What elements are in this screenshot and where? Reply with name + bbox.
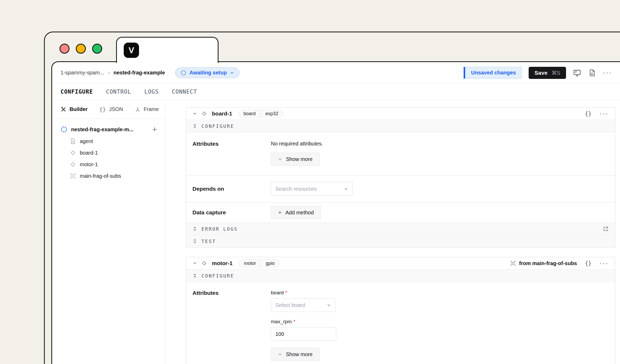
mode-builder[interactable]: Builder (61, 106, 88, 112)
depends-on-select[interactable]: Search resources (271, 182, 353, 196)
tree-root-machine[interactable]: nested-frag-example-m... + (61, 123, 157, 135)
expand-section-icon (192, 226, 197, 231)
chevron-down-icon (344, 187, 348, 191)
collapse-section-icon (192, 124, 197, 128)
edit-json-icon[interactable]: {} (585, 110, 592, 117)
config-main-panel: board-1 board esp32 {} ··· CONF (166, 100, 620, 364)
header-actions: Unsaved changes Save ⌘S ··· (464, 67, 612, 79)
card-more-menu-icon[interactable]: ··· (599, 112, 609, 115)
awaiting-setup-spinner-icon (181, 70, 186, 76)
collapse-card-chevron-icon[interactable] (192, 261, 197, 266)
machine-status-badge[interactable]: Awaiting setup (175, 67, 240, 78)
card-more-menu-icon[interactable]: ··· (599, 262, 609, 265)
plus-icon: + (278, 210, 282, 215)
card-board-1: board-1 board esp32 {} ··· CONF (186, 107, 615, 247)
depends-on-row: Depends on Search resources (186, 176, 615, 202)
tab-control[interactable]: CONTROL (106, 89, 131, 95)
show-more-button[interactable]: Show more (271, 153, 320, 166)
save-button-label: Save (534, 70, 547, 76)
section-label: ERROR LOGS (201, 226, 238, 232)
section-label: CONFIGURE (201, 123, 234, 129)
browser-tab[interactable]: V (116, 37, 219, 63)
configure-section-bar[interactable]: CONFIGURE (186, 120, 615, 132)
maximize-window-dot[interactable] (92, 44, 102, 54)
fragment-source-label: from main-frag-of-subs (519, 260, 577, 266)
add-resource-button[interactable]: + (152, 125, 157, 133)
save-shortcut: ⌘S (552, 70, 560, 76)
status-badge-label: Awaiting setup (190, 70, 227, 76)
document-icon (70, 138, 76, 144)
test-section-bar[interactable]: TEST (186, 235, 615, 247)
open-logs-external-icon[interactable] (603, 226, 609, 232)
chevron-down-icon (230, 71, 234, 75)
tree-item-label: motor-1 (80, 161, 98, 168)
card-header: motor-1 motor gpio (186, 257, 615, 270)
app-header: 1-spammy-spam... › nested-frag-example A… (52, 62, 620, 84)
tree-item-main-frag-of-subs[interactable]: main-frag-of-subs (70, 170, 157, 182)
component-diamond-icon (70, 150, 76, 156)
tree-item-motor-1[interactable]: motor-1 (70, 159, 157, 170)
tab-logs[interactable]: LOGS (144, 89, 159, 95)
chevron-down-icon (278, 352, 282, 356)
tree-item-label: agent (80, 138, 93, 144)
tree-item-agent[interactable]: agent (70, 135, 157, 147)
sidebar-mode-tabs: Builder {} JSON Frame (52, 100, 165, 119)
component-diamond-icon (201, 111, 207, 117)
max-rpm-input[interactable] (271, 327, 336, 341)
tree-item-board-1[interactable]: board-1 (70, 147, 157, 159)
machine-monitor-icon[interactable] (573, 69, 581, 77)
tree-item-label: main-frag-of-subs (80, 173, 121, 179)
minimize-window-dot[interactable] (76, 44, 86, 54)
no-required-attributes-note: No required attributes. (271, 141, 323, 147)
required-asterisk: * (285, 290, 287, 295)
attributes-row: Attributes board* Select board (186, 282, 615, 364)
tab-configure[interactable]: CONFIGURE (61, 89, 93, 95)
show-more-button[interactable]: Show more (271, 348, 320, 361)
configure-section-bar[interactable]: CONFIGURE (186, 270, 615, 282)
data-capture-label: Data capture (192, 209, 271, 216)
tab-connect[interactable]: CONNECT (172, 89, 197, 95)
data-capture-row: Data capture + Add method (186, 203, 615, 223)
depends-on-label: Depends on (192, 186, 271, 192)
machine-part-status-icon (61, 126, 67, 133)
error-logs-section-bar[interactable]: ERROR LOGS (186, 223, 615, 235)
show-more-label: Show more (286, 351, 313, 357)
board-select[interactable]: Select board (271, 298, 335, 312)
close-window-dot[interactable] (59, 44, 70, 54)
breadcrumb-parent[interactable]: 1-spammy-spam... (61, 70, 104, 76)
mode-builder-label: Builder (70, 106, 88, 112)
expand-section-icon (192, 239, 197, 244)
machine-nav-tabs: CONFIGURE CONTROL LOGS CONNECT (52, 84, 620, 100)
chevron-down-icon (327, 303, 331, 307)
collapse-card-chevron-icon[interactable] (192, 111, 197, 116)
save-button[interactable]: Save ⌘S (529, 67, 566, 79)
model-tag: gpio (261, 260, 279, 267)
header-more-menu-icon[interactable]: ··· (603, 71, 612, 74)
attributes-label: Attributes (192, 141, 271, 166)
mode-json[interactable]: {} JSON (99, 106, 123, 113)
component-diamond-icon (70, 161, 76, 168)
attributes-row: Attributes No required attributes. Show … (186, 132, 615, 175)
logs-report-icon[interactable] (588, 69, 596, 77)
edit-json-icon[interactable]: {} (585, 260, 592, 266)
field-board-label: board (271, 290, 284, 295)
section-label: TEST (201, 239, 216, 244)
model-tag: esp32 (261, 110, 283, 118)
show-more-label: Show more (286, 156, 313, 162)
fragment-icon (70, 173, 76, 179)
component-diamond-icon (201, 260, 207, 266)
type-model-tag: motor gpio (239, 259, 280, 267)
add-method-label: Add method (285, 210, 314, 216)
card-header: board-1 board esp32 {} ··· (186, 108, 615, 120)
card-title: motor-1 (212, 260, 232, 266)
card-motor-1: motor-1 motor gpio (186, 257, 615, 364)
mode-frame[interactable]: Frame (135, 106, 159, 112)
config-sidebar: Builder {} JSON Frame (52, 100, 166, 364)
resource-tree: nested-frag-example-m... + agent (52, 119, 165, 182)
chevron-down-icon (278, 157, 282, 161)
add-method-button[interactable]: + Add method (271, 206, 321, 219)
tree-item-label: board-1 (80, 150, 98, 156)
collapse-section-icon (192, 273, 197, 278)
tree-root-label: nested-frag-example-m... (71, 127, 133, 133)
attributes-label: Attributes (192, 290, 271, 364)
